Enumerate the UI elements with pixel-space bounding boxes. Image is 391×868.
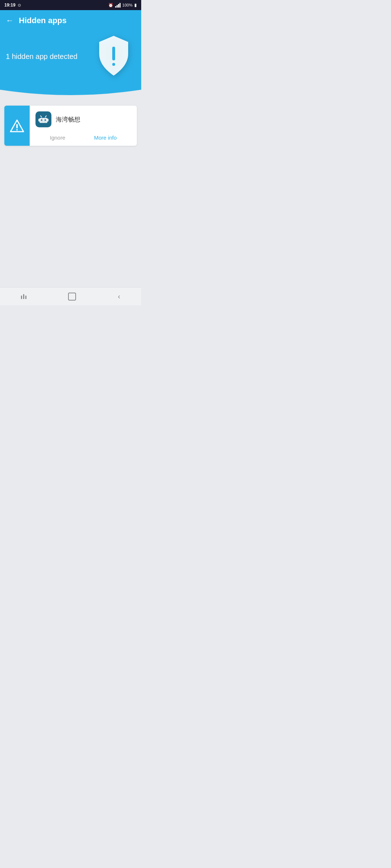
recent-icon bbox=[21, 294, 26, 299]
signal-bars bbox=[115, 3, 121, 8]
battery-percent: 100% bbox=[122, 3, 133, 7]
svg-rect-4 bbox=[16, 129, 18, 131]
header-content: 1 hidden app detected bbox=[6, 34, 135, 79]
recent-line-3 bbox=[25, 295, 26, 299]
header: ← Hidden apps 1 hidden app detected bbox=[0, 10, 141, 101]
back-button[interactable]: ← bbox=[6, 17, 14, 25]
app-card: 海湾畅想 Ignore More info bbox=[4, 106, 137, 146]
signal-bar-4 bbox=[119, 3, 121, 8]
svg-rect-7 bbox=[47, 119, 49, 122]
shield-icon bbox=[96, 34, 132, 79]
page-title: Hidden apps bbox=[19, 16, 67, 25]
status-bar: 19:19 ⊙ ⏰ 100% ▮ bbox=[0, 0, 141, 10]
ignore-button[interactable]: Ignore bbox=[46, 133, 70, 142]
battery-icon: ▮ bbox=[134, 3, 137, 8]
nav-bar: ‹ bbox=[0, 287, 141, 305]
card-actions: Ignore More info bbox=[35, 133, 131, 142]
svg-point-8 bbox=[41, 119, 42, 121]
home-icon bbox=[68, 293, 76, 301]
header-top: ← Hidden apps bbox=[6, 16, 135, 25]
signal-bar-1 bbox=[115, 6, 116, 8]
status-left: 19:19 ⊙ bbox=[4, 3, 21, 8]
signal-bar-2 bbox=[117, 5, 118, 8]
card-warning-stripe bbox=[4, 106, 30, 146]
app-name: 海湾畅想 bbox=[56, 115, 80, 124]
recent-apps-button[interactable] bbox=[21, 294, 26, 299]
home-button[interactable] bbox=[68, 293, 76, 301]
back-nav-button[interactable]: ‹ bbox=[118, 292, 121, 301]
svg-point-9 bbox=[45, 119, 46, 121]
app-icon bbox=[35, 111, 51, 127]
svg-rect-1 bbox=[112, 63, 115, 66]
svg-rect-0 bbox=[112, 47, 115, 60]
status-right: ⏰ 100% ▮ bbox=[108, 3, 137, 8]
svg-line-11 bbox=[45, 116, 46, 117]
alarm-icon: ⏰ bbox=[108, 3, 113, 8]
more-info-button[interactable]: More info bbox=[90, 133, 121, 142]
back-chevron-icon: ‹ bbox=[118, 292, 121, 301]
card-right: 海湾畅想 Ignore More info bbox=[30, 106, 137, 146]
signal-bar-3 bbox=[118, 4, 119, 8]
clock-icon: ⊙ bbox=[18, 3, 21, 8]
recent-line-2 bbox=[23, 294, 24, 299]
svg-line-10 bbox=[41, 116, 42, 117]
status-time: 19:19 bbox=[4, 3, 16, 8]
svg-rect-6 bbox=[38, 119, 40, 122]
detected-count-text: 1 hidden app detected bbox=[6, 52, 77, 61]
content-area: 海湾畅想 Ignore More info bbox=[0, 101, 141, 155]
svg-rect-3 bbox=[16, 124, 18, 128]
recent-line-1 bbox=[21, 295, 22, 299]
app-info: 海湾畅想 bbox=[35, 111, 131, 127]
